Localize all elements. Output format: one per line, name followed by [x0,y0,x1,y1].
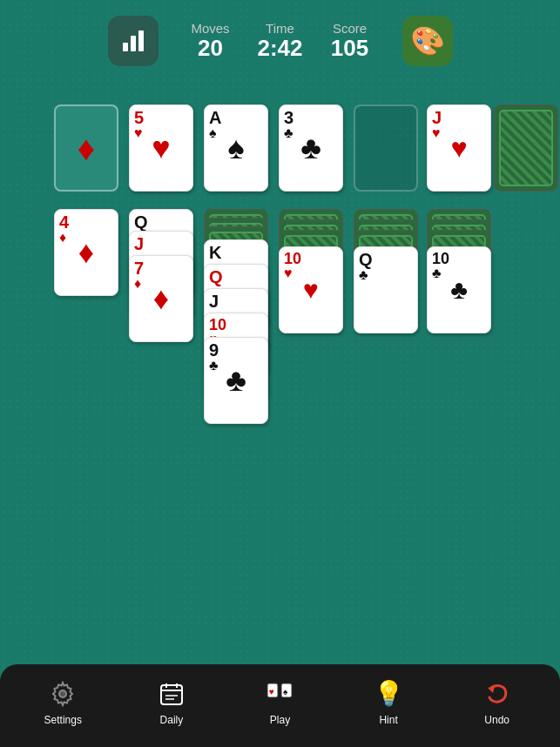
card-j-hearts[interactable]: J ♥ ♥ [427,104,491,192]
nav-undo-label: Undo [484,714,509,726]
nav-daily-label: Daily [160,714,184,726]
time-stat: Time 2:42 [254,21,307,61]
svg-rect-2 [138,30,144,51]
score-value: 105 [331,36,368,61]
time-label: Time [266,21,294,36]
time-value: 2:42 [257,36,302,61]
deck-card[interactable] [494,104,558,192]
stats-icon-button[interactable] [108,16,159,66]
svg-rect-0 [123,43,128,51]
moves-label: Moves [191,21,229,36]
waste-diamond-placeholder[interactable]: ♦ [54,104,118,192]
nav-settings[interactable]: Settings [37,677,89,726]
card-3-clubs[interactable]: 3 ♣ ♣ [279,104,343,192]
svg-text:♥: ♥ [269,687,274,697]
score-label: Score [333,21,367,36]
svg-marker-17 [488,686,495,693]
bottom-nav: Settings Daily ♥ ♠ Play [0,664,560,747]
daily-icon [155,677,188,710]
svg-rect-5 [161,685,182,704]
card-4-diamonds[interactable]: 4 ♦ ♦ [54,209,118,296]
nav-settings-label: Settings [44,714,82,726]
nav-play[interactable]: ♥ ♠ Play [253,677,306,726]
card-7-diamonds[interactable]: 7 ♦ ♦ [129,255,193,342]
undo-icon [481,677,514,710]
moves-value: 20 [198,36,223,61]
nav-undo[interactable]: Undo [471,677,523,726]
nav-daily[interactable]: Daily [145,677,198,726]
nav-hint[interactable]: 💡 Hint [362,677,415,726]
score-stat: Score 105 [324,21,376,61]
foundation-5-placeholder[interactable] [354,104,418,192]
svg-text:♠: ♠ [283,687,288,697]
nav-hint-label: Hint [379,714,397,726]
card-a-spades[interactable]: A ♠ ♠ [204,104,268,192]
game-area: ♦ 5 ♥ ♥ A ♠ ♠ 3 ♣ ♣ J ♥ ♥ 4 ♦ ♦ Q ♣ [0,96,560,660]
svg-rect-1 [131,36,136,51]
card-5-hearts[interactable]: 5 ♥ ♥ [129,104,193,192]
nav-play-label: Play [270,714,290,726]
play-icon: ♥ ♠ [263,677,296,710]
card-10-hearts-col4[interactable]: 10 ♥ ♥ [279,246,343,333]
card-9-clubs[interactable]: 9 ♣ ♣ [204,337,268,424]
svg-point-4 [59,690,66,697]
moves-stat: Moves 20 [185,21,237,61]
hint-icon: 💡 [372,677,405,710]
card-q-clubs-col5[interactable]: Q ♣ [354,246,418,333]
theme-icon-button[interactable]: 🎨 [402,16,453,66]
topbar: Moves 20 Time 2:42 Score 105 🎨 [0,16,560,66]
settings-icon [46,677,79,710]
card-10-clubs[interactable]: 10 ♣ ♣ [427,246,491,333]
